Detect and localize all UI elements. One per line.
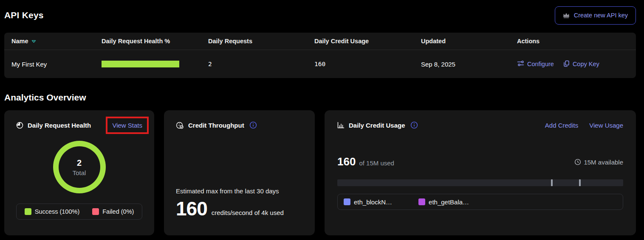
info-icon[interactable] bbox=[249, 121, 257, 129]
throughput-value-row: 160 credits/second of 4k used bbox=[176, 199, 303, 218]
health-bar-fill bbox=[102, 61, 179, 67]
throughput-value: 160 bbox=[176, 199, 207, 218]
health-donut-chart: 2 Total bbox=[53, 141, 106, 193]
progress-tick bbox=[579, 179, 581, 186]
health-bar-cell bbox=[102, 61, 208, 67]
card-header: Credit Throughput bbox=[176, 121, 303, 129]
sliders-icon bbox=[517, 60, 524, 68]
api-key-name: My First Key bbox=[11, 61, 102, 68]
copy-key-button[interactable]: Copy Key bbox=[563, 60, 599, 68]
eth-blocknumber-swatch bbox=[344, 198, 350, 205]
throughput-subtitle: Estimated max from the last 30 days bbox=[176, 187, 303, 195]
analytics-cards: Daily Request Health View Stats 2 Total … bbox=[4, 110, 636, 235]
table-row[interactable]: My First Key 2 160 Sep 8, 2025 Configure bbox=[4, 50, 636, 78]
health-bar-track bbox=[102, 61, 179, 67]
card-header: Daily Request Health View Stats bbox=[16, 117, 142, 134]
donut-total-label: Total bbox=[73, 169, 86, 176]
column-header-name[interactable]: Name bbox=[11, 38, 102, 45]
daily-request-health-card: Daily Request Health View Stats 2 Total … bbox=[4, 110, 154, 235]
success-swatch bbox=[25, 208, 31, 215]
column-header-actions: Actions bbox=[517, 38, 636, 45]
column-header-requests: Daily Requests bbox=[208, 38, 314, 45]
column-header-credit-usage: Daily Credit Usage bbox=[314, 38, 421, 45]
health-legend: Success (100%) Failed (0%) bbox=[16, 204, 142, 220]
view-stats-link[interactable]: View Stats bbox=[112, 122, 142, 129]
table-header: Name Daily Request Health % Daily Reques… bbox=[4, 33, 636, 50]
credits-used-suffix: of 15M used bbox=[359, 159, 394, 167]
daily-credit-usage-card: Daily Credit Usage Add Credits View Usag… bbox=[325, 110, 636, 235]
credits-used-value: 160 bbox=[337, 155, 356, 168]
annotation-highlight-box: View Stats bbox=[106, 117, 149, 134]
card-header: Daily Credit Usage Add Credits View Usag… bbox=[337, 121, 623, 129]
throughput-value-suffix: credits/second of 4k used bbox=[212, 209, 284, 218]
updated-date: Sep 8, 2025 bbox=[421, 61, 517, 68]
credit-throughput-card: Credit Throughput Estimated max from the… bbox=[164, 110, 315, 235]
analytics-overview-title: Analytics Overview bbox=[4, 92, 636, 103]
legend-item-eth-getbalance: eth_getBala… bbox=[418, 198, 469, 206]
gauge-icon bbox=[176, 122, 184, 129]
credits-available: 15M available bbox=[574, 159, 623, 166]
configure-button[interactable]: Configure bbox=[517, 60, 554, 68]
clock-icon bbox=[574, 159, 581, 165]
info-icon[interactable] bbox=[410, 121, 418, 129]
actions-cell: Configure Copy Key bbox=[517, 60, 636, 68]
usage-summary-row: 160 of 15M used 15M available bbox=[337, 155, 623, 168]
donut-center: 2 Total bbox=[73, 158, 86, 176]
failed-swatch bbox=[92, 208, 99, 215]
card-title: Credit Throughput bbox=[188, 122, 244, 129]
page-title: API Keys bbox=[4, 10, 44, 20]
eth-getbalance-swatch bbox=[418, 198, 425, 205]
api-keys-table: Name Daily Request Health % Daily Reques… bbox=[4, 33, 636, 78]
daily-credit-usage-value: 160 bbox=[314, 61, 421, 67]
pie-chart-icon bbox=[16, 122, 23, 129]
legend-item-failed: Failed (0%) bbox=[92, 208, 134, 215]
card-title: Daily Credit Usage bbox=[349, 122, 405, 129]
create-api-key-button[interactable]: Create new API key bbox=[555, 6, 636, 25]
progress-tick bbox=[551, 179, 553, 186]
add-credits-link[interactable]: Add Credits bbox=[545, 122, 578, 129]
card-title: Daily Request Health bbox=[28, 122, 91, 129]
credit-usage-progress-bar bbox=[337, 179, 623, 186]
top-bar: API Keys Create new API key bbox=[4, 6, 636, 25]
column-header-updated: Updated bbox=[421, 38, 517, 45]
legend-item-success: Success (100%) bbox=[25, 208, 80, 215]
legend-item-eth-blocknumber: eth_blockN… bbox=[344, 198, 392, 206]
daily-requests-value: 2 bbox=[208, 61, 314, 67]
create-api-key-label: Create new API key bbox=[574, 12, 628, 19]
spacer bbox=[176, 129, 303, 187]
copy-icon bbox=[563, 60, 570, 68]
donut-total-value: 2 bbox=[73, 158, 86, 168]
sort-chevron-icon[interactable] bbox=[31, 40, 36, 43]
usage-legend: eth_blockN… eth_getBala… bbox=[337, 194, 623, 210]
column-header-health: Daily Request Health % bbox=[102, 38, 208, 45]
view-usage-link[interactable]: View Usage bbox=[589, 122, 623, 129]
bar-chart-icon bbox=[337, 122, 345, 128]
dashboard-page: API Keys Create new API key Name Daily R… bbox=[4, 6, 636, 235]
crown-icon bbox=[563, 12, 570, 18]
health-donut-wrap: 2 Total bbox=[16, 141, 142, 193]
